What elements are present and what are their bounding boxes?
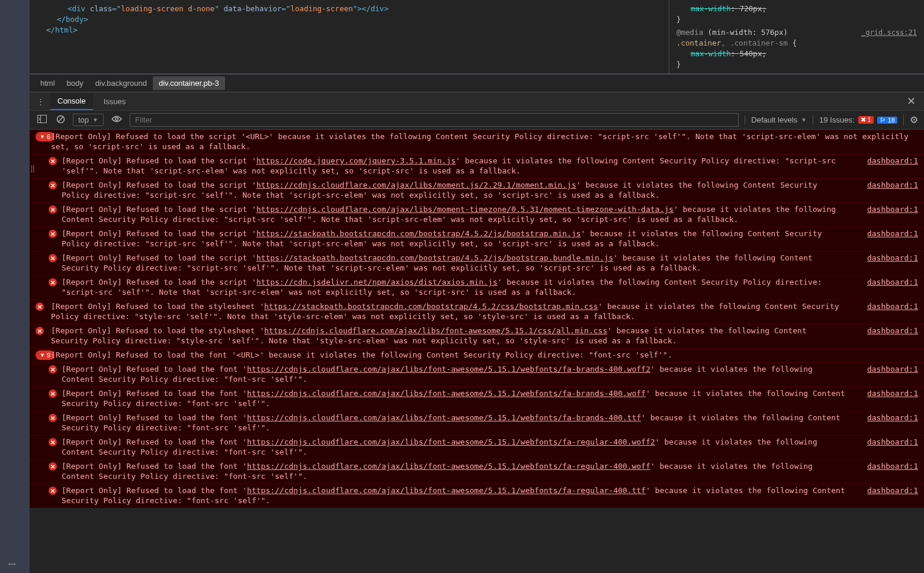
error-icon: ✕ (49, 230, 57, 238)
console-message[interactable]: ✕[Report Only] Refused to load the font … (30, 484, 924, 508)
elements-panel[interactable]: <div class="loading-screen d-none" data-… (30, 0, 669, 73)
console-message[interactable]: ✕[Report Only] Refused to load the scrip… (30, 275, 924, 300)
filter-input[interactable] (130, 113, 739, 127)
message-text: [Report Only] Refused to load the font '… (62, 437, 853, 457)
toggle-sidebar-icon[interactable] (36, 114, 49, 126)
resource-link[interactable]: https://stackpath.bootstrapcdn.com/boots… (264, 302, 598, 311)
resource-link[interactable]: https://cdnjs.cloudflare.com/ajax/libs/f… (247, 365, 650, 374)
resource-link[interactable]: https://cdn.jsdelivr.net/npm/axios/dist/… (256, 278, 498, 286)
tab-console[interactable]: Console (50, 93, 93, 110)
crumb-container[interactable]: div.container.pb-3 (153, 76, 225, 90)
source-link[interactable]: dashboard:1 (853, 364, 918, 384)
source-link[interactable]: dashboard:1 (853, 277, 918, 297)
source-link[interactable]: dashboard:1 (853, 301, 918, 321)
svg-point-4 (115, 118, 118, 121)
source-link[interactable]: _grid.scss:21 (861, 27, 917, 38)
source-link[interactable]: dashboard:1 (853, 326, 918, 346)
console-message[interactable]: ✕[Report Only] Refused to load the scrip… (30, 178, 924, 202)
source-link[interactable]: dashboard:1 (853, 388, 918, 408)
svg-line-3 (58, 117, 63, 122)
error-icon: ✕ (49, 205, 57, 214)
gear-icon[interactable]: ⚙ (903, 114, 918, 125)
resource-link[interactable]: https://stackpath.bootstrapcdn.com/boots… (256, 253, 614, 262)
crumb-body[interactable]: body (61, 76, 89, 90)
console-message[interactable]: ✕[Report Only] Refused to load the scrip… (30, 251, 924, 275)
console-message[interactable]: ▼9[Report Only] Refused to load the font… (30, 348, 924, 362)
message-text: [Report Only] Refused to load the styles… (51, 301, 853, 321)
resource-link[interactable]: https://cdnjs.cloudflare.com/ajax/libs/m… (256, 205, 673, 214)
source-link[interactable]: dashboard:1 (853, 461, 918, 481)
dom-node[interactable]: </body> (37, 14, 662, 25)
drawer-tabs: ⋮ Console Issues ✕ (30, 92, 924, 111)
close-icon[interactable]: ✕ (903, 95, 919, 108)
tab-issues[interactable]: Issues (97, 94, 133, 110)
resize-grip-icon[interactable]: ⤢ (5, 557, 19, 571)
error-icon: ✕ (36, 302, 44, 311)
dom-node[interactable]: <div class="loading-screen d-none" data-… (37, 4, 662, 14)
message-text: [Report Only] Refused to load the script… (62, 228, 853, 249)
page-sidebar: || ⤢ (0, 0, 30, 573)
console-message[interactable]: ✕[Report Only] Refused to load the scrip… (30, 202, 924, 227)
source-link[interactable]: dashboard:1 (853, 156, 918, 176)
error-icon: ✕ (49, 181, 57, 189)
eye-icon[interactable] (110, 114, 124, 126)
resource-link[interactable]: https://cdnjs.cloudflare.com/ajax/libs/f… (247, 437, 655, 446)
source-link[interactable]: dashboard:1 (853, 180, 918, 200)
console-message[interactable]: ✕[Report Only] Refused to load the style… (30, 324, 924, 348)
console-message[interactable]: ✕[Report Only] Refused to load the font … (30, 435, 924, 459)
context-selector[interactable]: top▼ (73, 114, 104, 126)
crumb-background[interactable]: div.background (89, 76, 153, 90)
error-badge: ✖ 1 (858, 116, 874, 124)
source-link[interactable]: dashboard:1 (853, 485, 918, 506)
console-message[interactable]: ✕[Report Only] Refused to load the font … (30, 362, 924, 387)
message-text: [Report Only] Refused to load the font '… (62, 388, 853, 408)
message-text: [Report Only] Refused to load the script… (51, 131, 918, 152)
error-icon: ✕ (49, 487, 57, 495)
console-message[interactable]: ✕[Report Only] Refused to load the font … (30, 459, 924, 484)
message-text: [Report Only] Refused to load the font '… (62, 413, 853, 433)
crumb-html[interactable]: html (34, 76, 61, 90)
message-text: [Report Only] Refused to load the font '… (62, 461, 853, 481)
console-message[interactable]: ✕[Report Only] Refused to load the style… (30, 300, 924, 324)
console-toolbar: top▼ Default levels▼ 19 Issues: ✖ 1 🏳 18… (30, 111, 924, 130)
console-message[interactable]: ✕[Report Only] Refused to load the font … (30, 387, 924, 411)
resource-link[interactable]: https://cdnjs.cloudflare.com/ajax/libs/f… (247, 389, 646, 398)
source-link[interactable]: dashboard:1 (853, 413, 918, 433)
error-icon: ✕ (49, 414, 57, 422)
chevron-down-icon: ▼ (92, 117, 98, 123)
console-message[interactable]: ▼6[Report Only] Refused to load the scri… (30, 130, 924, 154)
dom-node[interactable]: </html> (37, 25, 662, 36)
resize-handle-icon[interactable]: || (30, 166, 33, 189)
error-icon: ✕ (49, 254, 57, 262)
resource-link[interactable]: https://code.jquery.com/jquery-3.5.1.min… (256, 156, 456, 165)
styles-panel[interactable]: max-width: 720px; } @media (min-width: 5… (669, 0, 924, 73)
chevron-down-icon: ▼ (801, 117, 807, 123)
breadcrumb: html body div.background div.container.p… (30, 74, 924, 92)
resource-link[interactable]: https://cdnjs.cloudflare.com/ajax/libs/f… (247, 462, 650, 471)
console-output[interactable]: ▼6[Report Only] Refused to load the scri… (30, 130, 924, 573)
clear-console-icon[interactable] (54, 114, 67, 127)
source-link[interactable]: dashboard:1 (853, 204, 918, 224)
error-icon: ✕ (49, 438, 57, 446)
message-text: [Report Only] Refused to load the script… (62, 180, 853, 200)
console-message[interactable]: ✕[Report Only] Refused to load the scrip… (30, 154, 924, 178)
source-link[interactable]: dashboard:1 (853, 437, 918, 457)
resource-link[interactable]: https://cdnjs.cloudflare.com/ajax/libs/m… (256, 181, 576, 189)
console-message[interactable]: ✕[Report Only] Refused to load the font … (30, 411, 924, 435)
message-text: [Report Only] Refused to load the font '… (62, 364, 853, 384)
resource-link[interactable]: https://cdnjs.cloudflare.com/ajax/libs/f… (247, 486, 646, 495)
message-text: [Report Only] Refused to load the styles… (51, 326, 853, 346)
source-link[interactable]: dashboard:1 (853, 228, 918, 249)
message-text: [Report Only] Refused to load the script… (62, 156, 853, 176)
issues-button[interactable]: 19 Issues: ✖ 1 🏳 18 (813, 115, 897, 124)
info-badge: 🏳 18 (877, 117, 897, 124)
source-link[interactable]: dashboard:1 (853, 253, 918, 273)
resource-link[interactable]: https://stackpath.bootstrapcdn.com/boots… (256, 229, 581, 238)
resource-link[interactable]: https://cdnjs.cloudflare.com/ajax/libs/f… (247, 413, 641, 422)
top-panes: <div class="loading-screen d-none" data-… (30, 0, 924, 74)
console-message[interactable]: ✕[Report Only] Refused to load the scrip… (30, 227, 924, 251)
resource-link[interactable]: https://cdnjs.cloudflare.com/ajax/libs/f… (264, 326, 607, 335)
more-tabs-icon[interactable]: ⋮ (34, 97, 47, 106)
message-text: [Report Only] Refused to load the font '… (51, 350, 918, 360)
log-levels-selector[interactable]: Default levels▼ (745, 115, 807, 124)
